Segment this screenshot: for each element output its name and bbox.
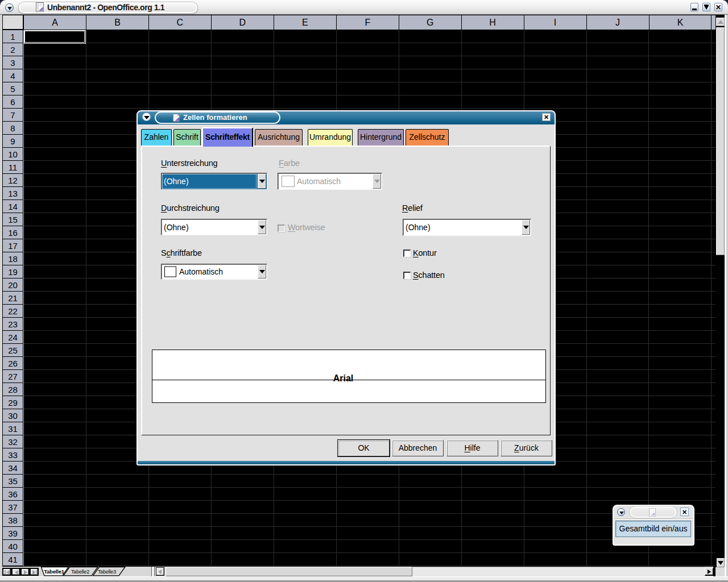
svg-text:Tabelle1: Tabelle1 xyxy=(44,568,65,575)
svg-text:Tabelle2: Tabelle2 xyxy=(71,569,89,575)
svg-text:Tabelle3: Tabelle3 xyxy=(98,569,116,575)
